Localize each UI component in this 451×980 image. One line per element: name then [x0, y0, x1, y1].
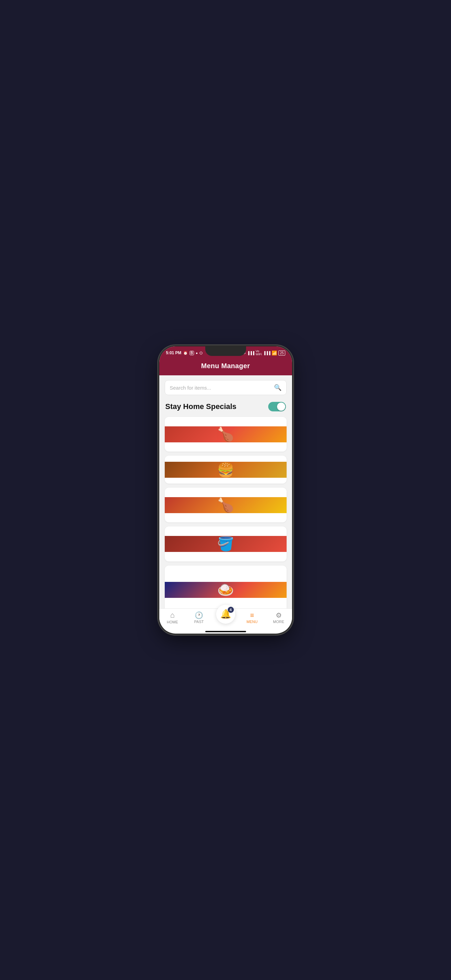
food-emoji-2: 🍔 [217, 462, 234, 478]
search-bar[interactable]: Search for items... 🔍 [165, 380, 287, 395]
signal-icon-2: ▐▐▐ [263, 351, 270, 355]
menu-item-image-3: 🍗 [165, 497, 287, 513]
search-input[interactable]: Search for items... [170, 385, 271, 391]
menu-items-list: 🍗 Mingles Bucket Meal ₹499.00 🍔 Family F… [165, 417, 287, 608]
toggle-knob [277, 402, 285, 411]
home-indicator [205, 631, 246, 632]
status-left: 5:01 PM ⏰ B ● ⬡ [166, 350, 203, 355]
b-icon: B [190, 351, 194, 355]
past-label: PAST [194, 620, 204, 624]
home-icon: ⌂ [170, 611, 175, 619]
app-header-title: Menu Manager [201, 362, 250, 369]
menu-item-image-4: 🪣 [165, 536, 287, 552]
nav-item-menu[interactable]: ≡ MENU [239, 612, 266, 624]
section-title: Stay Home Specials [166, 402, 237, 411]
nav-item-home[interactable]: ⌂ HOME [159, 611, 186, 624]
bell-wrap[interactable]: 🔔 4 [216, 605, 235, 624]
past-icon: 🕐 [195, 612, 203, 619]
home-label: HOME [167, 620, 178, 624]
menu-item-image-1: 🍗 [165, 426, 287, 442]
food-emoji-3: 🍗 [217, 497, 234, 513]
wifi-icon: 📶 [272, 350, 277, 356]
menu-item-3: 🍗 Chicken Bucket for Two ₹100.00 [165, 488, 287, 522]
bottom-nav: ⌂ HOME 🕐 PAST 🔔 4 ≡ MENU ⚙ MORE [159, 608, 292, 631]
alarm-icon: ⏰ [183, 351, 188, 355]
menu-item-1: 🍗 Mingles Bucket Meal ₹499.00 [165, 417, 287, 452]
food-emoji-4: 🪣 [217, 536, 234, 552]
time: 5:01 PM [166, 350, 182, 355]
nav-item-more[interactable]: ⚙ MORE [266, 612, 292, 624]
search-container: Search for items... 🔍 [159, 375, 292, 398]
food-emoji-1: 🍗 [217, 426, 234, 442]
status-right: ✱ ▐▐▐ VoWiFi ▐▐▐ 📶 25 [242, 350, 285, 356]
notch [205, 347, 246, 356]
dot-icon: ● [196, 351, 198, 355]
main-content: Stay Home Specials 🍗 Mingles Bucket Meal… [159, 398, 292, 608]
more-label: MORE [273, 620, 284, 624]
menu-label: MENU [247, 620, 257, 624]
search-icon: 🔍 [274, 384, 282, 391]
signal-icon: ▐▐▐ [247, 351, 254, 355]
menu-item-4: 🪣 Stay Home Bucket ₹799.00 [165, 527, 287, 561]
nav-icon-status: ⬡ [199, 351, 202, 355]
nav-item-past[interactable]: 🕐 PAST [186, 612, 212, 624]
menu-item-image-2: 🍔 [165, 462, 287, 478]
menu-item-5: 🍛 Smoky Grilled Chicken Biryani Combo ₹7… [165, 566, 287, 608]
menu-item-2: 🍔 Family Feast ₹859.00 [165, 456, 287, 484]
phone-shell: 5:01 PM ⏰ B ● ⬡ ✱ ▐▐▐ VoWiFi ▐▐▐ 📶 25 Me… [159, 347, 292, 633]
food-emoji-5: 🍛 [217, 582, 234, 598]
more-icon: ⚙ [276, 612, 282, 619]
battery-icon: 25 [279, 350, 285, 356]
nav-item-notifications[interactable]: 🔔 4 [212, 612, 239, 624]
vo-wifi-label: VoWiFi [256, 350, 262, 356]
section-toggle[interactable] [268, 402, 286, 411]
menu-icon: ≡ [250, 612, 254, 619]
section-header: Stay Home Specials [165, 402, 287, 411]
menu-item-image-5: 🍛 [165, 582, 287, 598]
notification-badge: 4 [228, 607, 234, 613]
app-header: Menu Manager [159, 358, 292, 375]
